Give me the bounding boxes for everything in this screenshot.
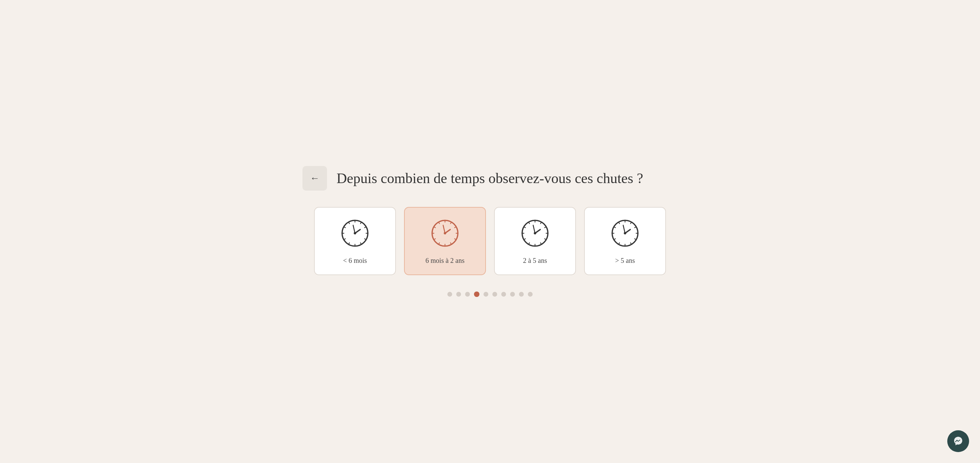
pagination-dot-5[interactable]: [492, 292, 497, 297]
svg-line-30: [443, 225, 445, 233]
clock-icon-2: [520, 218, 550, 250]
option-label-0: < 6 mois: [343, 257, 367, 264]
clock-icon-1: [430, 218, 460, 250]
clock-icon-0: [340, 218, 370, 250]
option-label-1: 6 mois à 2 ans: [426, 257, 465, 264]
pagination-dot-3[interactable]: [474, 291, 479, 297]
header-row: ← Depuis combien de temps observez-vous …: [302, 166, 643, 191]
svg-point-63: [624, 232, 626, 234]
svg-line-46: [533, 225, 535, 233]
pagination-dot-9[interactable]: [528, 292, 533, 297]
pagination-dot-0[interactable]: [447, 292, 452, 297]
svg-line-62: [623, 225, 625, 233]
option-card-2[interactable]: 2 à 5 ans: [494, 207, 576, 275]
clock-icon-3: [610, 218, 640, 250]
option-label-2: 2 à 5 ans: [523, 257, 547, 264]
option-label-3: > 5 ans: [615, 257, 635, 264]
svg-point-47: [534, 232, 536, 234]
back-button[interactable]: ←: [302, 166, 327, 191]
pagination-dots: [302, 291, 678, 297]
messenger-icon: [953, 436, 964, 447]
back-arrow-icon: ←: [310, 173, 320, 184]
pagination-dot-6[interactable]: [501, 292, 506, 297]
pagination-dot-1[interactable]: [456, 292, 461, 297]
svg-point-15: [353, 232, 356, 234]
question-title: Depuis combien de temps observez-vous ce…: [337, 170, 643, 187]
pagination-dot-7[interactable]: [510, 292, 515, 297]
pagination-dot-4[interactable]: [484, 292, 488, 297]
chat-button[interactable]: [947, 430, 969, 452]
page-container: ← Depuis combien de temps observez-vous …: [302, 166, 678, 297]
options-row: < 6 mois 6 mois à 2 ans: [302, 207, 678, 275]
svg-point-31: [444, 232, 446, 234]
svg-line-14: [353, 225, 355, 233]
option-card-3[interactable]: > 5 ans: [584, 207, 666, 275]
pagination-dot-8[interactable]: [519, 292, 524, 297]
pagination-dot-2[interactable]: [465, 292, 470, 297]
option-card-1[interactable]: 6 mois à 2 ans: [404, 207, 486, 275]
option-card-0[interactable]: < 6 mois: [314, 207, 396, 275]
